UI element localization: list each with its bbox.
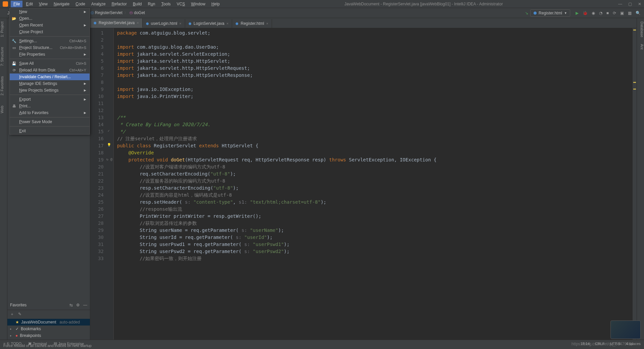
menu-item-manage-ide-settings[interactable]: Manage IDE Settings▶ (10, 80, 90, 87)
Project Structure...-icon: ▭ (12, 46, 16, 50)
minimize-icon[interactable]: — (618, 2, 622, 6)
close-tab-icon[interactable]: × (179, 21, 181, 26)
left-tool-rail: 1: Project7: Structure2: FavoritesWeb (0, 18, 7, 340)
menu-item-open-recent[interactable]: Open Recent▶ (10, 22, 90, 29)
favorites-list: ★JavaWebDocumentauto-added▸✓Bookmarks▸●B… (7, 318, 90, 340)
menu-item-exit[interactable]: Exit (10, 128, 90, 134)
menu-item-settings-[interactable]: 🔧Settings...Ctrl+Alt+S (10, 38, 90, 44)
Reload All from Disk-icon: ⟳ (12, 68, 16, 72)
favorites-header: Favorites ⇆ ⚙ — (7, 300, 90, 310)
menu-refactor[interactable]: Refactor (109, 1, 129, 7)
rail-Database[interactable]: Database (637, 21, 644, 37)
menu-item-reload-all-from-disk[interactable]: ⟳Reload All from DiskCtrl+Alt+Y (10, 67, 90, 73)
status-hint: Force rebuild of all caches and indices … (3, 342, 92, 349)
close-icon[interactable]: ✕ (638, 2, 641, 6)
menu-item-open-[interactable]: 📂Open... (10, 15, 90, 22)
file-menu-dropdown[interactable]: New▶📂Open...Open Recent▶Close Project🔧Se… (9, 8, 90, 135)
menu-item-add-to-favorites[interactable]: Add to Favorites▶ (10, 109, 90, 116)
rail-1: Project[interactable]: 1: Project (0, 21, 7, 37)
fav-Bookmarks[interactable]: ▸✓Bookmarks (7, 326, 90, 332)
crumb-doGet[interactable]: ⓜ doGet (129, 10, 145, 15)
titlebar: FileEditViewNavigateCodeAnalyzeRefactorB… (0, 0, 644, 8)
file-icon: ⬢ (189, 22, 192, 26)
menu-build[interactable]: Build (130, 1, 145, 7)
app-logo (3, 1, 8, 7)
editor-tabs: ⬢RegisterServlet.java×⬢userLogin.html×⬢L… (90, 18, 637, 28)
layout-icon[interactable]: ▦ (628, 11, 632, 15)
menu-item-invalidate-caches-restart-[interactable]: Invalidate Caches / Restart... (10, 73, 90, 80)
chevron-down-icon: ▼ (564, 11, 567, 15)
close-tab-icon[interactable]: × (137, 21, 139, 25)
debug-icon[interactable]: 🐞 (583, 11, 588, 15)
menu-file[interactable]: File (11, 1, 22, 7)
code-editor[interactable]: 1234567891011121314151617181920212223242… (90, 28, 637, 340)
tab-LoginServlet.java[interactable]: ⬢LoginServlet.java× (185, 19, 232, 28)
menu-help[interactable]: Help (209, 1, 222, 7)
fav-JavaWebDocument[interactable]: ★JavaWebDocumentauto-added (7, 319, 90, 326)
tab-RegisterServlet.java[interactable]: ⬢RegisterServlet.java× (90, 18, 143, 28)
coverage-icon[interactable]: ◉ (592, 11, 595, 15)
navigation-row: Ja...〉com〉atguigu〉blog〉servlet〉Ⓒ Registe… (0, 8, 644, 18)
menu-item-new[interactable]: New▶ (10, 8, 90, 15)
menu-item-new-projects-settings[interactable]: New Projects Settings▶ (10, 87, 90, 94)
edit-icon[interactable]: ✎ (18, 312, 21, 316)
run-config-selector[interactable]: ⬢ Register.html ▼ (530, 9, 570, 17)
rail-7: Structure[interactable]: 7: Structure (0, 47, 7, 66)
watermark: https://blog.csdn.net/qq_35479404 (572, 342, 633, 346)
git-icon[interactable]: ▣ (620, 11, 624, 15)
menu-item-print-[interactable]: 🖶Print... (10, 103, 90, 109)
expand-icon[interactable]: ⇆ (69, 303, 73, 307)
menu-view[interactable]: View (36, 1, 50, 7)
menu-item-power-save-mode[interactable]: Power Save Mode (10, 118, 90, 125)
html-icon: ⬢ (533, 11, 537, 15)
rail-Web[interactable]: Web (0, 106, 7, 113)
gear-icon[interactable]: ⚙ (76, 303, 80, 307)
crumb-RegisterServlet[interactable]: Ⓒ RegisterServlet (91, 10, 122, 15)
run-toolbar: ↘ ⬢ Register.html ▼ ▶ 🐞 ◉ ◔ ■ ⟳ ▣ ▦ 🔍 (525, 9, 641, 17)
tab-Register.html[interactable]: ⬢Register.html× (232, 19, 272, 28)
search-icon[interactable]: 🔍 (636, 11, 641, 15)
Save All-icon: 💾 (12, 61, 16, 66)
menu-edit[interactable]: Edit (23, 1, 36, 7)
minimize-panel-icon[interactable]: — (83, 303, 87, 307)
profile-icon[interactable]: ◔ (599, 11, 602, 15)
menu-item-close-project[interactable]: Close Project (10, 29, 90, 35)
build-icon[interactable]: ↘ (525, 11, 528, 15)
stop-icon[interactable]: ■ (606, 11, 609, 15)
favorites-title: Favorites (10, 303, 69, 307)
run-icon[interactable]: ▶ (576, 11, 579, 15)
menu-item-project-structure-[interactable]: ▭Project Structure...Ctrl+Alt+Shift+S (10, 44, 90, 51)
Settings...-icon: 🔧 (12, 39, 16, 43)
menu-window[interactable]: Window (188, 1, 208, 7)
menu-code[interactable]: Code (73, 1, 88, 7)
update-icon[interactable]: ⟳ (613, 11, 616, 15)
user-avatar[interactable] (610, 320, 641, 339)
menu-item-export[interactable]: Export▶ (10, 96, 90, 103)
rail-2: Favorites[interactable]: 2: Favorites (0, 76, 7, 95)
menu-vcs[interactable]: VCS (174, 1, 188, 7)
gutter-marks: 💡 ✓ ↻ @ (106, 28, 114, 340)
window-controls: — ▢ ✕ (618, 2, 641, 6)
file-icon: ⬢ (146, 22, 149, 26)
file-icon: ⬢ (94, 21, 97, 25)
rail-Ant[interactable]: Ant (637, 44, 644, 50)
tab-userLogin.html[interactable]: ⬢userLogin.html× (143, 19, 185, 28)
Print...-icon: 🖶 (12, 104, 16, 108)
menu-item-file-properties[interactable]: File Properties▶ (10, 51, 90, 58)
fav-Breakpoints[interactable]: ▸●Breakpoints (7, 332, 90, 339)
menubar: FileEditViewNavigateCodeAnalyzeRefactorB… (11, 1, 222, 7)
line-numbers: 1234567891011121314151617181920212223242… (90, 28, 106, 340)
file-icon: ⬢ (235, 22, 238, 26)
add-icon[interactable]: ＋ (10, 311, 14, 317)
close-tab-icon[interactable]: × (226, 21, 228, 26)
menu-tools[interactable]: Tools (159, 1, 173, 7)
menu-item-save-all[interactable]: 💾Save AllCtrl+S (10, 60, 90, 67)
close-tab-icon[interactable]: × (266, 21, 268, 26)
window-title: JavaWebDocument - RegisterServlet.java [… (229, 2, 618, 6)
code-content[interactable]: package com.atguigu.blog.servlet; import… (114, 28, 633, 340)
menu-analyze[interactable]: Analyze (89, 1, 108, 7)
menu-navigate[interactable]: Navigate (51, 1, 72, 7)
menu-run[interactable]: Run (145, 1, 158, 7)
Open...-icon: 📂 (12, 16, 16, 21)
maximize-icon[interactable]: ▢ (628, 2, 632, 6)
